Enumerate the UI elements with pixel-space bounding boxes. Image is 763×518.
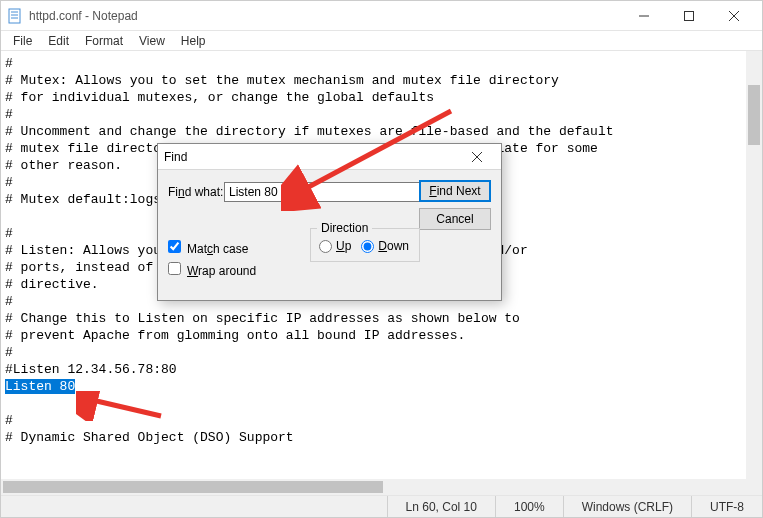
editor-line: # Uncomment and change the directory if … xyxy=(5,123,742,140)
find-what-label: Find what: xyxy=(168,185,224,199)
direction-down-radio[interactable]: Down xyxy=(361,239,409,253)
svg-rect-0 xyxy=(9,9,20,23)
menu-file[interactable]: File xyxy=(5,32,40,50)
horizontal-scrollbar[interactable] xyxy=(1,479,746,495)
find-dialog-title: Find xyxy=(164,150,459,164)
direction-group: Direction Up Down xyxy=(310,228,420,262)
window-buttons xyxy=(621,2,756,30)
find-dialog: Find Find what: Find Next Cancel Directi… xyxy=(157,143,502,301)
close-button[interactable] xyxy=(711,2,756,30)
editor-line: # Mutex: Allows you to set the mutex mec… xyxy=(5,72,742,89)
status-line-ending: Windows (CRLF) xyxy=(563,496,691,517)
minimize-button[interactable] xyxy=(621,2,666,30)
menu-bar: File Edit Format View Help xyxy=(1,31,762,51)
editor-line: # xyxy=(5,412,742,429)
menu-view[interactable]: View xyxy=(131,32,173,50)
cancel-button[interactable]: Cancel xyxy=(419,208,491,230)
direction-legend: Direction xyxy=(317,221,372,235)
editor-line xyxy=(5,395,742,412)
window-title: httpd.conf - Notepad xyxy=(29,9,621,23)
status-encoding: UTF-8 xyxy=(691,496,762,517)
editor-line: # prevent Apache from glomming onto all … xyxy=(5,327,742,344)
status-bar: Ln 60, Col 10 100% Windows (CRLF) UTF-8 xyxy=(1,495,762,517)
notepad-icon xyxy=(7,8,23,24)
editor-line: Listen 80 xyxy=(5,378,742,395)
editor-line: # for individual mutexes, or change the … xyxy=(5,89,742,106)
menu-edit[interactable]: Edit xyxy=(40,32,77,50)
find-next-button[interactable]: Find Next xyxy=(419,180,491,202)
status-zoom: 100% xyxy=(495,496,563,517)
svg-rect-5 xyxy=(684,11,693,20)
editor-line: # Change this to Listen on specific IP a… xyxy=(5,310,742,327)
editor-line: # xyxy=(5,106,742,123)
match-case-checkbox[interactable]: Match case xyxy=(168,240,248,256)
direction-up-radio[interactable]: Up xyxy=(319,239,351,253)
horizontal-scroll-thumb[interactable] xyxy=(3,481,383,493)
editor-line: # xyxy=(5,344,742,361)
vertical-scrollbar[interactable] xyxy=(746,51,762,479)
wrap-around-checkbox[interactable]: Wrap around xyxy=(168,262,256,278)
find-dialog-titlebar[interactable]: Find xyxy=(158,144,501,170)
menu-format[interactable]: Format xyxy=(77,32,131,50)
editor-line: # xyxy=(5,55,742,72)
menu-help[interactable]: Help xyxy=(173,32,214,50)
maximize-button[interactable] xyxy=(666,2,711,30)
vertical-scroll-thumb[interactable] xyxy=(748,85,760,145)
status-position: Ln 60, Col 10 xyxy=(387,496,495,517)
editor-line: #Listen 12.34.56.78:80 xyxy=(5,361,742,378)
find-close-button[interactable] xyxy=(459,146,495,168)
window-titlebar: httpd.conf - Notepad xyxy=(1,1,762,31)
editor-line: # Dynamic Shared Object (DSO) Support xyxy=(5,429,742,446)
scrollbar-corner xyxy=(746,479,762,495)
selected-text: Listen 80 xyxy=(5,379,75,394)
